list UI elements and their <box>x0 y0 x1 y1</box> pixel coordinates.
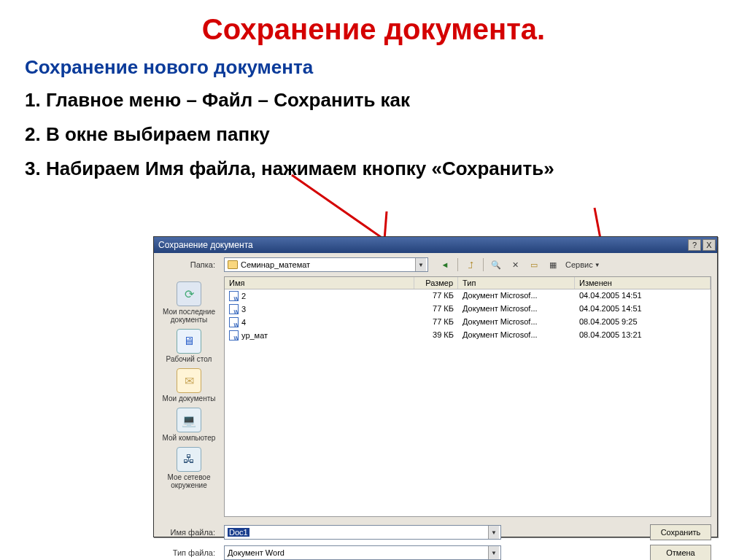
column-headers[interactable]: Имя Размер Тип Изменен <box>225 277 711 289</box>
separator <box>483 258 484 271</box>
views-icon[interactable]: ▦ <box>546 258 560 271</box>
file-modified: 04.04.2005 14:51 <box>575 303 711 315</box>
file-type: Документ Microsof... <box>458 303 575 315</box>
col-size[interactable]: Размер <box>414 277 458 289</box>
word-doc-icon <box>229 317 239 327</box>
place-label: Мое сетевое окружение <box>168 473 211 489</box>
dialog-titlebar: Сохранение документа ? X <box>154 237 717 253</box>
file-size: 77 КБ <box>414 303 458 315</box>
recent-icon: ⟳ <box>177 281 201 306</box>
dialog-toolbar: Папка: Семинар_математ ▼ ◄ ⮥ 🔍 ✕ ▭ ▦ Сер… <box>154 253 717 276</box>
separator <box>457 258 458 271</box>
close-button[interactable]: X <box>703 239 716 251</box>
file-name: 4 <box>241 318 246 327</box>
file-modified: 08.04.2005 9:25 <box>575 316 711 328</box>
file-type: Документ Microsof... <box>458 290 575 302</box>
file-row[interactable]: ур_мат39 КБДокумент Microsof...08.04.200… <box>225 329 711 342</box>
file-name: 3 <box>241 305 246 314</box>
file-type: Документ Microsof... <box>458 330 575 341</box>
network-icon: 🖧 <box>177 447 201 472</box>
file-row[interactable]: 277 КБДокумент Microsof...04.04.2005 14:… <box>225 289 711 303</box>
place-mycomputer[interactable]: 💻 Мой компьютер <box>158 405 220 443</box>
place-recent[interactable]: ⟳ Мои последние документы <box>158 279 220 325</box>
chevron-down-icon[interactable]: ▼ <box>488 526 499 539</box>
chevron-down-icon[interactable]: ▼ <box>415 258 426 271</box>
file-row[interactable]: 377 КБДокумент Microsof...04.04.2005 14:… <box>225 303 711 316</box>
folder-icon <box>228 260 238 269</box>
places-bar: ⟳ Мои последние документы 🖥 Рабочий стол… <box>154 276 224 517</box>
place-desktop[interactable]: 🖥 Рабочий стол <box>158 327 220 365</box>
file-row[interactable]: 477 КБДокумент Microsof...08.04.2005 9:2… <box>225 316 711 329</box>
col-name[interactable]: Имя <box>225 277 414 289</box>
file-type: Документ Microsof... <box>458 316 575 328</box>
mycomputer-icon: 💻 <box>177 408 201 432</box>
place-network[interactable]: 🖧 Мое сетевое окружение <box>158 445 220 491</box>
col-modified[interactable]: Изменен <box>575 277 711 289</box>
save-button[interactable]: Сохранить <box>650 524 711 540</box>
file-size: 77 КБ <box>414 316 458 328</box>
word-doc-icon <box>229 304 239 314</box>
step-2: 2. В окне выбираем папку <box>25 123 747 146</box>
word-doc-icon <box>229 291 239 301</box>
help-button[interactable]: ? <box>688 239 701 251</box>
file-size: 77 КБ <box>414 290 458 302</box>
filename-input[interactable]: Doc1 ▼ <box>224 525 501 540</box>
slide-title: Сохранение документа. <box>0 13 747 46</box>
mydocs-icon: ✉ <box>177 368 201 393</box>
save-dialog: Сохранение документа ? X Папка: Семинар_… <box>153 236 718 537</box>
place-label: Мой компьютер <box>163 434 216 442</box>
step-3: 3. Набираем Имя файла, нажимаем кнопку «… <box>25 158 747 180</box>
col-type[interactable]: Тип <box>458 277 575 289</box>
place-label: Мои последние документы <box>163 308 215 324</box>
dialog-title: Сохранение документа <box>158 240 253 250</box>
folder-label: Папка: <box>164 260 218 269</box>
file-modified: 08.04.2005 13:21 <box>575 330 711 341</box>
word-doc-icon <box>229 330 239 341</box>
tools-menu[interactable]: Сервис▼ <box>565 260 600 269</box>
slide-subtitle: Сохранение нового документа <box>25 56 747 79</box>
file-list: Имя Размер Тип Изменен 277 КБДокумент Mi… <box>224 276 711 517</box>
filetype-value: Документ Word <box>228 548 488 557</box>
new-folder-icon[interactable]: ▭ <box>527 258 541 271</box>
place-mydocs[interactable]: ✉ Мои документы <box>158 366 220 404</box>
up-one-level-icon[interactable]: ⮥ <box>464 258 477 271</box>
file-modified: 04.04.2005 14:51 <box>575 290 711 302</box>
folder-combo[interactable]: Семинар_математ ▼ <box>224 257 428 272</box>
file-name: 2 <box>241 292 246 300</box>
filetype-combo[interactable]: Документ Word ▼ <box>224 545 501 560</box>
back-icon[interactable]: ◄ <box>438 258 452 271</box>
filetype-label: Тип файла: <box>164 548 218 557</box>
search-icon[interactable]: 🔍 <box>489 258 503 271</box>
file-name: ур_мат <box>241 331 268 340</box>
cancel-button[interactable]: Отмена <box>650 545 711 560</box>
file-size: 39 КБ <box>414 330 458 341</box>
desktop-icon: 🖥 <box>177 329 201 354</box>
delete-icon[interactable]: ✕ <box>508 258 522 271</box>
place-label: Рабочий стол <box>166 355 212 363</box>
filename-value: Doc1 <box>228 528 249 537</box>
filename-label: Имя файла: <box>164 528 218 537</box>
place-label: Мои документы <box>163 394 216 402</box>
step-1: 1. Главное меню – Файл – Сохранить как <box>25 89 747 112</box>
chevron-down-icon[interactable]: ▼ <box>488 546 499 559</box>
folder-value: Семинар_математ <box>241 260 310 269</box>
